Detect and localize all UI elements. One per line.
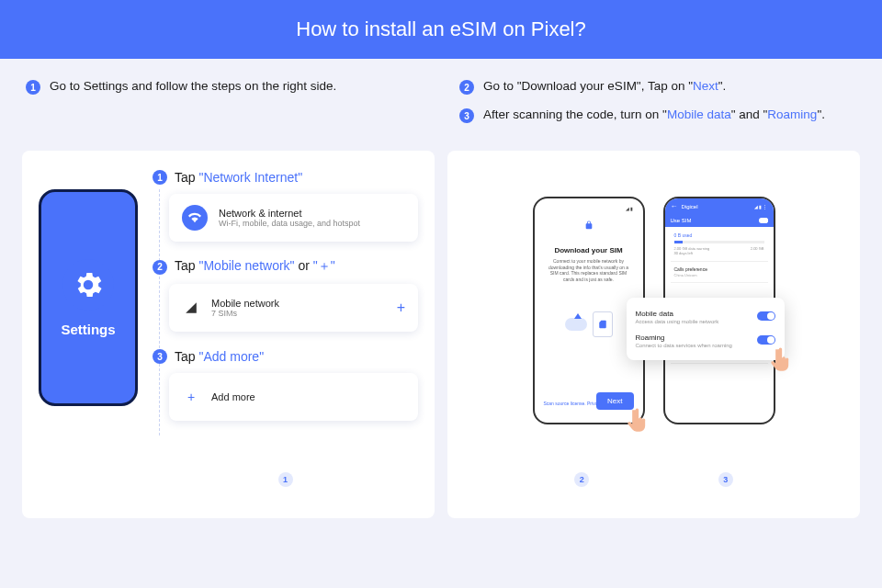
step-3: 3 Tap "Add more" + Add more — [153, 348, 418, 421]
toggles-popup: Mobile data Access data using mobile net… — [627, 298, 785, 360]
mobile-data-row[interactable]: Mobile data Access data using mobile net… — [636, 305, 775, 329]
step-1: 1 Tap "Network Internet" Network & inter… — [153, 169, 418, 242]
step-label: 2 Tap "Mobile network" or "＋" — [153, 258, 418, 275]
step-badge: 3 — [153, 349, 167, 364]
footer-badge: 3 — [718, 472, 733, 487]
instructions-right: 2 Go to "Download your eSIM", Tap on "Ne… — [459, 79, 856, 136]
instruction-row: 3 After scanning the code, turn on "Mobi… — [459, 107, 856, 123]
cloud-icon — [565, 318, 587, 331]
step-badge: 2 — [153, 260, 167, 275]
status-bar: ◢ ▮ — [540, 204, 638, 213]
data-usage: 0 B used 2.00 GB data warning 2.00 GB 30… — [671, 227, 768, 262]
plus-icon[interactable]: + — [397, 300, 405, 316]
sim-settings-phone: ← Digicel ◢ ▮ ⋮ Use SIM 0 B used 2.00 GB… — [663, 197, 775, 424]
use-sim-row[interactable]: Use SIM — [665, 214, 774, 227]
use-sim-toggle[interactable] — [759, 218, 768, 223]
usage-label: 0 B used — [674, 232, 764, 238]
footer-badge: 1 — [278, 472, 293, 487]
card-title: Mobile network — [211, 298, 279, 309]
sim-card-icon — [593, 311, 613, 337]
footer-badge: 2 — [574, 472, 589, 487]
step-badge: 2 — [459, 80, 474, 95]
roaming-toggle[interactable] — [757, 335, 775, 345]
network-internet-card[interactable]: Network & internet Wi-Fi, mobile, data u… — [169, 194, 418, 242]
phone-header: ← Digicel ◢ ▮ ⋮ — [665, 198, 774, 214]
instruction-row: 1 Go to Settings and follow the steps on… — [26, 79, 423, 95]
page-header: How to install an eSIM on Pixel? — [0, 0, 882, 59]
card-title: Network & internet — [219, 208, 360, 219]
card-subtitle: Wi-Fi, mobile, data usage, and hotspot — [219, 219, 360, 228]
settings-phone: Settings — [39, 189, 138, 406]
download-sim-title: Download your SIM — [540, 246, 638, 254]
panel-footer: 2 3 — [464, 472, 843, 487]
back-icon[interactable]: ← — [671, 202, 678, 210]
step-badge: 3 — [459, 108, 474, 123]
step-label: 1 Tap "Network Internet" — [153, 169, 418, 185]
pointer-hand-icon — [625, 408, 650, 434]
instruction-text: Go to "Download your eSIM", Tap on "Next… — [483, 79, 726, 93]
steps-column: 1 Tap "Network Internet" Network & inter… — [153, 169, 418, 500]
usage-bar — [674, 241, 764, 243]
step-badge: 1 — [153, 170, 167, 185]
step-badge: 1 — [26, 80, 40, 95]
instruction-text: Go to Settings and follow the steps on t… — [50, 79, 336, 93]
panel-footer: 1 — [153, 472, 418, 487]
mobile-network-card[interactable]: Mobile network 7 SIMs + — [169, 284, 418, 332]
connector-line — [159, 189, 160, 435]
panels: Settings 1 Tap "Network Internet" Networ… — [0, 151, 882, 518]
settings-label: Settings — [61, 322, 115, 337]
card-subtitle: 7 SIMs — [211, 309, 279, 318]
status-icons: ◢ ▮ ⋮ — [754, 204, 768, 209]
step-label: 3 Tap "Add more" — [153, 348, 418, 364]
mobile-data-toggle[interactable] — [757, 311, 775, 321]
page-title: How to install an eSIM on Pixel? — [296, 17, 586, 41]
instruction-row: 2 Go to "Download your eSIM", Tap on "Ne… — [459, 79, 856, 95]
pointer-hand-icon — [768, 347, 794, 373]
plus-icon: + — [182, 384, 200, 410]
download-illustration — [540, 311, 638, 337]
panel-phone-screens: ◢ ▮ Download your SIM Connect to your mo… — [447, 151, 860, 518]
lock-icon — [540, 217, 638, 233]
panel-settings-steps: Settings 1 Tap "Network Internet" Networ… — [22, 151, 435, 518]
signal-icon — [182, 295, 200, 321]
card-title: Add more — [211, 391, 255, 402]
instruction-text: After scanning the code, turn on "Mobile… — [483, 107, 825, 121]
carrier-name: Digicel — [682, 204, 698, 209]
roaming-row[interactable]: Roaming Connect to data services when ro… — [636, 329, 775, 353]
instructions-left: 1 Go to Settings and follow the steps on… — [26, 79, 423, 136]
add-more-card[interactable]: + Add more — [169, 373, 418, 421]
wifi-icon — [182, 205, 208, 231]
step-2: 2 Tap "Mobile network" or "＋" Mobile net… — [153, 258, 418, 332]
gear-icon — [62, 259, 114, 311]
download-sim-desc: Connect to your mobile network by downlo… — [540, 254, 638, 286]
top-instructions: 1 Go to Settings and follow the steps on… — [0, 59, 882, 151]
calls-preference-row[interactable]: Calls preference China Unicom — [671, 262, 768, 283]
